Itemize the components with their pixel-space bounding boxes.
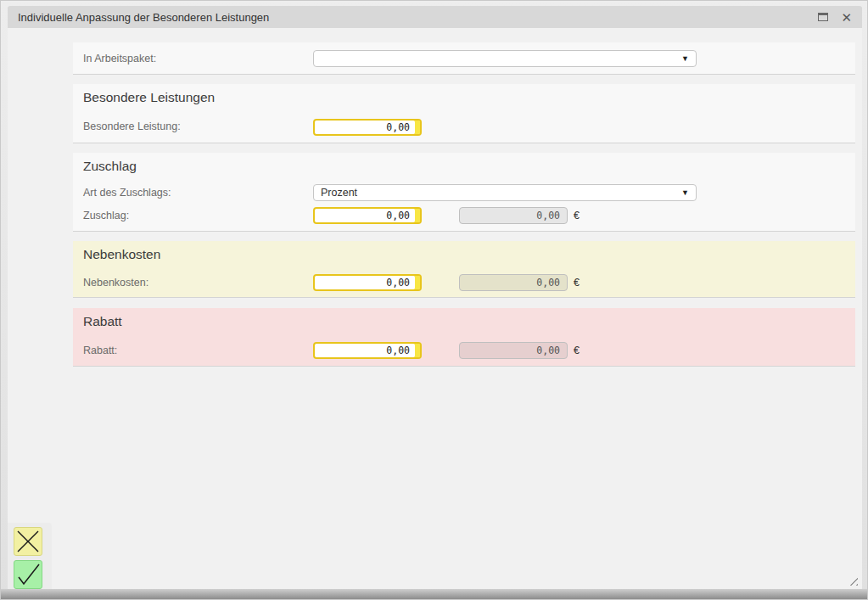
euro-symbol: €	[574, 345, 580, 356]
rabatt-heading: Rabatt	[83, 314, 122, 329]
chevron-down-icon: ▼	[681, 54, 689, 63]
confirm-button[interactable]	[14, 560, 42, 589]
zuschlag-heading: Zuschlag	[83, 159, 137, 174]
rabatt-eur-field	[459, 342, 568, 359]
action-panel	[8, 523, 52, 591]
art-des-zuschlags-select[interactable]: Prozent ▼	[313, 184, 697, 201]
zuschlag-label: Zuschlag:	[83, 210, 129, 221]
section-zuschlag: Zuschlag Art des Zuschlags: Prozent ▼ Zu…	[73, 153, 855, 232]
art-des-zuschlags-label: Art des Zuschlags:	[83, 187, 171, 199]
title-bar[interactable]: Individuelle Anpassung der Besonderen Le…	[8, 6, 862, 28]
cancel-button[interactable]	[14, 527, 42, 556]
besondere-leistung-input[interactable]	[313, 119, 422, 136]
nebenkosten-heading: Nebenkosten	[83, 247, 160, 262]
euro-symbol: €	[574, 277, 580, 289]
nebenkosten-label: Nebenkosten:	[83, 277, 148, 289]
window-frame-bottom	[1, 589, 867, 599]
zuschlag-input[interactable]	[313, 207, 422, 224]
rabatt-input[interactable]	[313, 342, 422, 359]
zuschlag-eur-field	[459, 207, 568, 224]
section-nebenkosten: Nebenkosten Nebenkosten: €	[73, 241, 855, 298]
resize-handle[interactable]	[848, 576, 858, 586]
section-besondere-leistungen: Besondere Leistungen Besondere Leistung:	[73, 84, 855, 143]
rabatt-label: Rabatt:	[83, 345, 117, 356]
page-title: Individuelle Anpassung der Besonderen Le…	[18, 11, 818, 24]
section-rabatt: Rabatt Rabatt: €	[73, 308, 855, 367]
besondere-leistungen-heading: Besondere Leistungen	[83, 90, 215, 105]
arbeitspaket-select[interactable]: ▼	[313, 50, 697, 67]
art-des-zuschlags-select-value: Prozent	[321, 187, 357, 199]
nebenkosten-eur-field	[459, 274, 568, 291]
nebenkosten-input[interactable]	[313, 274, 422, 291]
dialog-content: In Arbeitspaket: ▼ Besondere Leistungen …	[8, 28, 862, 591]
dialog-window: Individuelle Anpassung der Besonderen Le…	[0, 0, 868, 600]
chevron-down-icon: ▼	[681, 188, 689, 197]
arbeitspaket-label: In Arbeitspaket:	[83, 53, 156, 64]
euro-symbol: €	[574, 210, 580, 221]
maximize-icon[interactable]	[818, 13, 828, 21]
close-icon[interactable]: ✕	[841, 11, 852, 24]
section-arbeitspaket: In Arbeitspaket: ▼	[73, 42, 855, 75]
besondere-leistung-label: Besondere Leistung:	[83, 121, 181, 132]
x-icon	[14, 528, 42, 555]
check-icon	[14, 561, 42, 588]
